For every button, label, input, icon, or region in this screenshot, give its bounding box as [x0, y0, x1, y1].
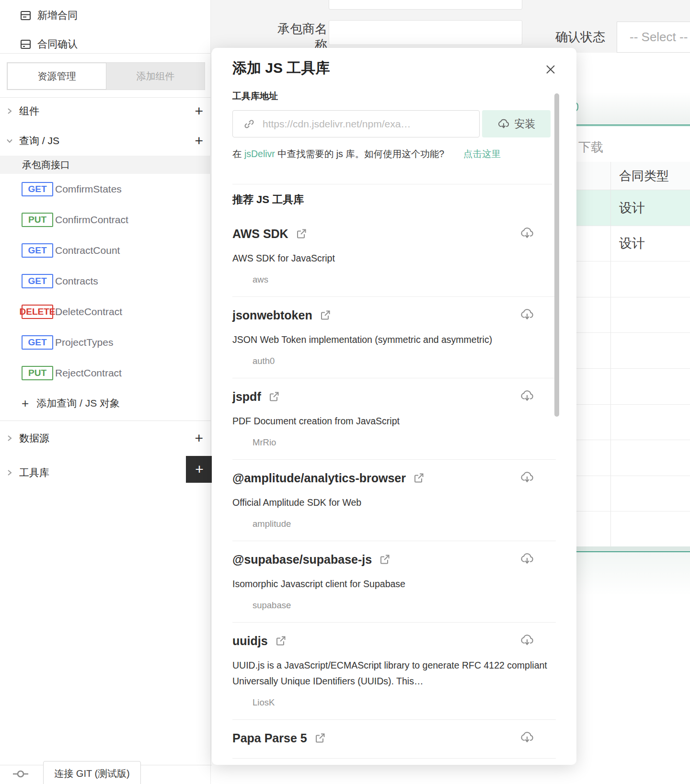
chevron-down-icon[interactable]	[6, 137, 14, 145]
download-library-icon[interactable]	[520, 633, 534, 649]
table-row[interactable]	[576, 511, 690, 547]
divider	[232, 184, 552, 184]
library-author: supabase	[253, 600, 556, 611]
table-row[interactable]	[576, 405, 690, 441]
library-description: PDF Document creation from JavaScript	[232, 413, 549, 429]
api-name: ComfirmStates	[55, 183, 122, 195]
add-datasource-button[interactable]: +	[195, 431, 203, 445]
library-description: Official Amplitude SDK for Web	[232, 495, 549, 511]
sidebar-tab-control: 资源管理 添加组件	[7, 62, 205, 90]
add-query-js-object[interactable]: + 添加查询 / JS 对象	[0, 388, 211, 418]
library-name: jspdf	[232, 390, 261, 404]
library-author: amplitude	[253, 519, 556, 529]
link-icon	[243, 118, 255, 130]
download-library-icon[interactable]	[520, 307, 534, 324]
section-label: 查询 / JS	[19, 134, 59, 148]
api-list-item[interactable]: PUT RejectContract	[0, 358, 211, 388]
external-link-icon[interactable]	[414, 473, 424, 483]
table-row[interactable]	[576, 333, 690, 369]
api-list-item[interactable]: PUT ConfirmContract	[0, 205, 211, 235]
chevron-right-icon[interactable]	[6, 469, 14, 477]
download-library-icon[interactable]	[520, 389, 534, 405]
dialog-title: 添加 JS 工具库	[232, 58, 330, 78]
chevron-right-icon[interactable]	[6, 107, 14, 115]
dialog-scrollbar-thumb[interactable]	[554, 93, 559, 417]
library-list-item: @supabase/supabase-js Isomorphic Javascr…	[232, 541, 556, 623]
http-method-badge: GET	[22, 274, 53, 288]
tab-add-component[interactable]: 添加组件	[106, 63, 205, 90]
background-input-partial[interactable]	[329, 0, 522, 10]
click-here-link[interactable]: 点击这里	[463, 148, 501, 159]
library-list-item: jspdf PDF Document creation from JavaScr…	[232, 378, 556, 460]
table-row[interactable]	[576, 440, 690, 476]
section-label: 工具库	[19, 466, 49, 479]
download-label: 下载	[578, 139, 603, 156]
api-name: ConfirmContract	[55, 214, 128, 226]
add-library-button-active[interactable]: +	[186, 456, 213, 483]
library-name: @supabase/supabase-js	[232, 553, 372, 567]
plus-icon: +	[22, 396, 29, 411]
table-row[interactable]: 设计	[576, 190, 690, 226]
connect-git-button[interactable]: 连接 GIT (测试版)	[43, 761, 141, 784]
library-url-label: 工具库地址	[232, 90, 278, 102]
table-header-contract-type: 合同类型	[576, 162, 690, 190]
external-link-icon[interactable]	[320, 310, 331, 320]
chevron-right-icon[interactable]	[6, 434, 14, 442]
api-name: Contracts	[55, 275, 98, 287]
query-group-contractor-api[interactable]: 承包商接口	[0, 156, 211, 174]
api-list-item[interactable]: DELETE DeleteContract	[0, 296, 211, 327]
sidebar-item-label: 新增合同	[37, 9, 78, 22]
install-label: 安装	[515, 117, 536, 131]
api-name: RejectContract	[55, 367, 122, 379]
table-row[interactable]	[576, 261, 690, 297]
external-link-icon[interactable]	[269, 391, 279, 402]
table-row[interactable]: 设计	[576, 226, 690, 262]
tree-section-components[interactable]: 组件 +	[0, 98, 211, 124]
external-link-icon[interactable]	[296, 228, 307, 239]
library-name: uuidjs	[232, 634, 268, 648]
api-list-item[interactable]: GET ProjectTypes	[0, 327, 211, 358]
download-library-icon[interactable]	[520, 552, 534, 568]
external-link-icon[interactable]	[276, 636, 286, 646]
confirm-state-select[interactable]: -- Select --	[617, 22, 690, 53]
api-list-item[interactable]: GET Contracts	[0, 266, 211, 296]
install-button[interactable]: 安装	[482, 110, 551, 137]
add-component-button[interactable]: +	[195, 104, 203, 118]
api-list: GET ComfirmStates PUT ConfirmContract GE…	[0, 174, 211, 388]
external-link-icon[interactable]	[315, 733, 325, 743]
http-method-badge: GET	[22, 182, 53, 196]
download-library-icon[interactable]	[520, 730, 534, 747]
download-library-icon[interactable]	[520, 470, 534, 487]
helper-prefix: 在	[232, 148, 244, 159]
table-body: 设计 设计	[576, 190, 690, 547]
jsdelivr-link[interactable]: jsDelivr	[244, 148, 275, 159]
sidebar-item-contract-confirm[interactable]: 合同确认	[20, 37, 78, 51]
tree-section-datasources[interactable]: 数据源 +	[0, 421, 211, 455]
recommended-library-list: AWS SDK AWS SDK for JavaScript aws jsonw…	[232, 216, 556, 759]
confirm-state-label: 确认状态	[544, 29, 605, 45]
tree-section-query-js[interactable]: 查询 / JS +	[0, 127, 211, 154]
library-url-input-wrap	[232, 110, 480, 137]
tab-resource-management[interactable]: 资源管理	[7, 63, 106, 90]
library-author: auth0	[253, 356, 556, 366]
table-row[interactable]	[576, 476, 690, 512]
http-method-badge: DELETE	[22, 305, 53, 319]
library-name: jsonwebtoken	[232, 308, 312, 322]
add-query-button[interactable]: +	[195, 134, 203, 148]
external-link-icon[interactable]	[380, 554, 390, 565]
api-name: ProjectTypes	[55, 337, 113, 348]
api-list-item[interactable]: GET ContractCount	[0, 235, 211, 266]
table-row[interactable]	[576, 369, 690, 405]
contractor-name-input[interactable]	[329, 20, 522, 45]
tree-section-libraries[interactable]: 工具库	[0, 455, 211, 490]
add-query-js-label: 添加查询 / JS 对象	[36, 397, 120, 410]
close-icon[interactable]	[543, 62, 558, 77]
http-method-badge: GET	[22, 243, 53, 258]
library-list-item: AWS SDK AWS SDK for JavaScript aws	[232, 216, 556, 297]
table-row[interactable]	[576, 297, 690, 333]
download-library-icon[interactable]	[520, 226, 534, 242]
http-method-badge: PUT	[22, 213, 53, 227]
library-url-input[interactable]	[263, 118, 469, 130]
sidebar-item-new-contract[interactable]: 新增合同	[20, 9, 78, 22]
api-list-item[interactable]: GET ComfirmStates	[0, 174, 211, 205]
